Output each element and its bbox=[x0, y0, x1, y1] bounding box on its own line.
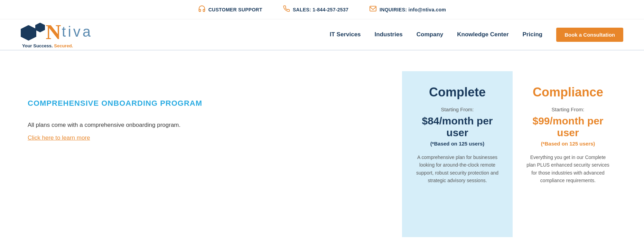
complete-plan-name: Complete bbox=[414, 85, 500, 100]
onboarding-description: All plans come with a comprehensive onbo… bbox=[28, 120, 381, 130]
top-bar: CUSTOMER SUPPORT SALES: 1-844-257-2537 I… bbox=[0, 0, 644, 19]
complete-starting-from: Starting From: bbox=[414, 106, 500, 112]
complete-plan-users: (*Based on 125 users) bbox=[414, 141, 500, 147]
compliance-starting-from: Starting From: bbox=[525, 106, 611, 112]
phone-icon bbox=[283, 5, 290, 14]
tagline-orange: Secured. bbox=[54, 43, 73, 48]
header: N tiva Your Success. Secured. IT Service… bbox=[0, 19, 644, 50]
logo-n-letter: N bbox=[46, 21, 61, 43]
pricing-section: Complete Starting From: $84/month per us… bbox=[402, 71, 623, 237]
nav-pricing[interactable]: Pricing bbox=[523, 31, 543, 38]
compliance-plan-name: Compliance bbox=[525, 85, 611, 100]
nav-company[interactable]: Company bbox=[417, 31, 443, 38]
compliance-plan-description: Everything you get in our Complete plan … bbox=[525, 153, 611, 185]
logo-text: tiva bbox=[62, 25, 93, 39]
customer-support-link[interactable]: CUSTOMER SUPPORT bbox=[198, 5, 262, 14]
logo[interactable]: N tiva Your Success. Secured. bbox=[21, 21, 93, 48]
tagline-black: Your Success. bbox=[22, 43, 53, 48]
customer-support-label: CUSTOMER SUPPORT bbox=[208, 7, 262, 12]
onboarding-section: COMPREHENSIVE ONBOARDING PROGRAM All pla… bbox=[28, 71, 402, 237]
inquiries-label: INQUIRIES: info@ntiva.com bbox=[380, 7, 446, 12]
svg-rect-0 bbox=[370, 6, 376, 11]
logo-tagline: Your Success. Secured. bbox=[21, 43, 73, 48]
nav-knowledge-center[interactable]: Knowledge Center bbox=[457, 31, 508, 38]
onboarding-title: COMPREHENSIVE ONBOARDING PROGRAM bbox=[28, 99, 381, 108]
complete-plan-description: A comprehensive plan for businesses look… bbox=[414, 153, 500, 185]
complete-plan-card: Complete Starting From: $84/month per us… bbox=[402, 71, 513, 237]
nav-book-consultation[interactable]: Book a Consultation bbox=[556, 28, 623, 42]
nav-it-services[interactable]: IT Services bbox=[330, 31, 361, 38]
sales-link[interactable]: SALES: 1-844-257-2537 bbox=[283, 5, 348, 14]
complete-plan-price: $84/month per user bbox=[414, 115, 500, 139]
compliance-plan-price: $99/month per user bbox=[525, 115, 611, 139]
sales-label: SALES: 1-844-257-2537 bbox=[293, 7, 348, 12]
main-nav: IT Services Industries Company Knowledge… bbox=[330, 28, 623, 42]
nav-industries[interactable]: Industries bbox=[375, 31, 403, 38]
logo-hex bbox=[21, 23, 45, 41]
headset-icon bbox=[198, 5, 206, 14]
main-content: COMPREHENSIVE ONBOARDING PROGRAM All pla… bbox=[0, 50, 644, 237]
compliance-plan-users: (*Based on 125 users) bbox=[525, 141, 611, 147]
inquiries-link[interactable]: INQUIRIES: info@ntiva.com bbox=[369, 6, 446, 13]
learn-more-link[interactable]: Click here to learn more bbox=[28, 134, 90, 141]
mail-icon bbox=[369, 6, 377, 13]
compliance-plan-card: Compliance Starting From: $99/month per … bbox=[513, 71, 623, 237]
